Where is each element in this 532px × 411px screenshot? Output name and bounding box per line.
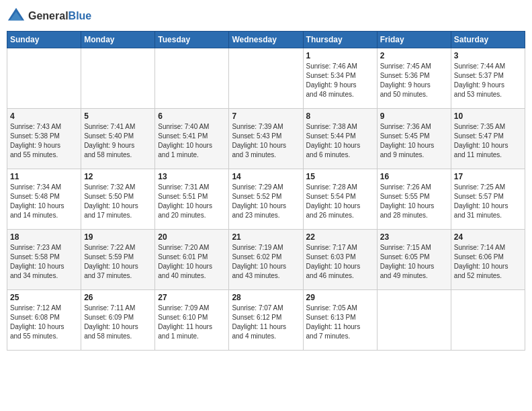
day-cell: 2Sunrise: 7:45 AM Sunset: 5:36 PM Daylig… <box>377 48 451 109</box>
header-monday: Monday <box>81 32 155 48</box>
calendar-header-row: SundayMondayTuesdayWednesdayThursdayFrid… <box>7 32 525 48</box>
day-number: 28 <box>232 293 300 302</box>
day-number: 8 <box>306 111 374 121</box>
day-number: 25 <box>10 293 78 302</box>
day-number: 19 <box>84 232 152 242</box>
week-row-5: 25Sunrise: 7:12 AM Sunset: 6:08 PM Dayli… <box>7 290 525 351</box>
header-tuesday: Tuesday <box>155 32 229 48</box>
day-number: 9 <box>380 111 448 121</box>
day-cell: 7Sunrise: 7:39 AM Sunset: 5:43 PM Daylig… <box>229 109 303 169</box>
day-cell: 11Sunrise: 7:34 AM Sunset: 5:48 PM Dayli… <box>7 169 81 230</box>
header-friday: Friday <box>377 32 451 48</box>
day-info: Sunrise: 7:15 AM Sunset: 6:05 PM Dayligh… <box>380 243 448 281</box>
day-cell: 8Sunrise: 7:38 AM Sunset: 5:44 PM Daylig… <box>303 109 377 169</box>
logo-icon <box>7 7 26 26</box>
day-cell <box>155 48 229 109</box>
day-cell: 25Sunrise: 7:12 AM Sunset: 6:08 PM Dayli… <box>7 290 81 351</box>
day-info: Sunrise: 7:36 AM Sunset: 5:45 PM Dayligh… <box>380 122 448 160</box>
day-cell: 19Sunrise: 7:22 AM Sunset: 5:59 PM Dayli… <box>81 230 155 290</box>
day-cell: 24Sunrise: 7:14 AM Sunset: 6:06 PM Dayli… <box>451 230 525 290</box>
day-cell <box>451 290 525 351</box>
day-cell: 29Sunrise: 7:05 AM Sunset: 6:13 PM Dayli… <box>303 290 377 351</box>
day-info: Sunrise: 7:23 AM Sunset: 5:58 PM Dayligh… <box>10 243 78 281</box>
day-cell: 4Sunrise: 7:43 AM Sunset: 5:38 PM Daylig… <box>7 109 81 169</box>
day-info: Sunrise: 7:07 AM Sunset: 6:12 PM Dayligh… <box>232 304 300 341</box>
day-cell <box>7 48 81 109</box>
day-number: 7 <box>232 111 300 121</box>
header-wednesday: Wednesday <box>229 32 303 48</box>
day-number: 18 <box>10 232 78 242</box>
day-number: 22 <box>306 232 374 242</box>
header-sunday: Sunday <box>7 32 81 48</box>
day-info: Sunrise: 7:14 AM Sunset: 6:06 PM Dayligh… <box>454 243 522 281</box>
day-cell: 22Sunrise: 7:17 AM Sunset: 6:03 PM Dayli… <box>303 230 377 290</box>
day-number: 17 <box>454 172 522 181</box>
day-cell: 12Sunrise: 7:32 AM Sunset: 5:50 PM Dayli… <box>81 169 155 230</box>
day-cell: 16Sunrise: 7:26 AM Sunset: 5:55 PM Dayli… <box>377 169 451 230</box>
day-number: 5 <box>84 111 152 121</box>
day-number: 4 <box>10 111 78 121</box>
day-cell: 21Sunrise: 7:19 AM Sunset: 6:02 PM Dayli… <box>229 230 303 290</box>
day-number: 21 <box>232 232 300 242</box>
day-info: Sunrise: 7:38 AM Sunset: 5:44 PM Dayligh… <box>306 122 374 160</box>
week-row-4: 18Sunrise: 7:23 AM Sunset: 5:58 PM Dayli… <box>7 230 525 290</box>
week-row-3: 11Sunrise: 7:34 AM Sunset: 5:48 PM Dayli… <box>7 169 525 230</box>
day-number: 26 <box>84 293 152 302</box>
day-number: 20 <box>158 232 226 242</box>
day-cell: 9Sunrise: 7:36 AM Sunset: 5:45 PM Daylig… <box>377 109 451 169</box>
calendar-table: SundayMondayTuesdayWednesdayThursdayFrid… <box>7 31 525 351</box>
day-info: Sunrise: 7:43 AM Sunset: 5:38 PM Dayligh… <box>10 122 78 160</box>
day-info: Sunrise: 7:32 AM Sunset: 5:50 PM Dayligh… <box>84 183 152 220</box>
day-info: Sunrise: 7:39 AM Sunset: 5:43 PM Dayligh… <box>232 122 300 160</box>
day-info: Sunrise: 7:12 AM Sunset: 6:08 PM Dayligh… <box>10 304 78 341</box>
day-cell: 5Sunrise: 7:41 AM Sunset: 5:40 PM Daylig… <box>81 109 155 169</box>
day-info: Sunrise: 7:25 AM Sunset: 5:57 PM Dayligh… <box>454 183 522 220</box>
day-cell <box>81 48 155 109</box>
day-info: Sunrise: 7:11 AM Sunset: 6:09 PM Dayligh… <box>84 304 152 341</box>
day-cell: 17Sunrise: 7:25 AM Sunset: 5:57 PM Dayli… <box>451 169 525 230</box>
day-cell: 27Sunrise: 7:09 AM Sunset: 6:10 PM Dayli… <box>155 290 229 351</box>
day-number: 16 <box>380 172 448 181</box>
week-row-1: 1Sunrise: 7:46 AM Sunset: 5:34 PM Daylig… <box>7 48 525 109</box>
day-info: Sunrise: 7:26 AM Sunset: 5:55 PM Dayligh… <box>380 183 448 220</box>
day-info: Sunrise: 7:44 AM Sunset: 5:37 PM Dayligh… <box>454 62 522 99</box>
logo-text: GeneralBlue <box>28 10 91 22</box>
day-cell: 1Sunrise: 7:46 AM Sunset: 5:34 PM Daylig… <box>303 48 377 109</box>
day-number: 24 <box>454 232 522 242</box>
day-number: 1 <box>306 51 374 60</box>
day-number: 27 <box>158 293 226 302</box>
day-info: Sunrise: 7:28 AM Sunset: 5:54 PM Dayligh… <box>306 183 374 220</box>
day-number: 10 <box>454 111 522 121</box>
page-header: GeneralBlue <box>7 7 525 26</box>
day-cell: 14Sunrise: 7:29 AM Sunset: 5:52 PM Dayli… <box>229 169 303 230</box>
day-number: 29 <box>306 293 374 302</box>
day-cell: 23Sunrise: 7:15 AM Sunset: 6:05 PM Dayli… <box>377 230 451 290</box>
week-row-2: 4Sunrise: 7:43 AM Sunset: 5:38 PM Daylig… <box>7 109 525 169</box>
day-cell: 6Sunrise: 7:40 AM Sunset: 5:41 PM Daylig… <box>155 109 229 169</box>
day-info: Sunrise: 7:34 AM Sunset: 5:48 PM Dayligh… <box>10 183 78 220</box>
day-number: 2 <box>380 51 448 60</box>
day-number: 6 <box>158 111 226 121</box>
day-number: 11 <box>10 172 78 181</box>
day-number: 14 <box>232 172 300 181</box>
day-number: 23 <box>380 232 448 242</box>
day-info: Sunrise: 7:05 AM Sunset: 6:13 PM Dayligh… <box>306 304 374 341</box>
day-info: Sunrise: 7:45 AM Sunset: 5:36 PM Dayligh… <box>380 62 448 99</box>
day-number: 13 <box>158 172 226 181</box>
day-info: Sunrise: 7:20 AM Sunset: 6:01 PM Dayligh… <box>158 243 226 281</box>
day-cell <box>377 290 451 351</box>
day-cell: 15Sunrise: 7:28 AM Sunset: 5:54 PM Dayli… <box>303 169 377 230</box>
header-saturday: Saturday <box>451 32 525 48</box>
day-info: Sunrise: 7:22 AM Sunset: 5:59 PM Dayligh… <box>84 243 152 281</box>
day-info: Sunrise: 7:29 AM Sunset: 5:52 PM Dayligh… <box>232 183 300 220</box>
day-info: Sunrise: 7:41 AM Sunset: 5:40 PM Dayligh… <box>84 122 152 160</box>
day-number: 12 <box>84 172 152 181</box>
day-cell: 20Sunrise: 7:20 AM Sunset: 6:01 PM Dayli… <box>155 230 229 290</box>
day-info: Sunrise: 7:46 AM Sunset: 5:34 PM Dayligh… <box>306 62 374 99</box>
day-number: 3 <box>454 51 522 60</box>
day-cell <box>229 48 303 109</box>
day-info: Sunrise: 7:19 AM Sunset: 6:02 PM Dayligh… <box>232 243 300 281</box>
day-number: 15 <box>306 172 374 181</box>
day-info: Sunrise: 7:40 AM Sunset: 5:41 PM Dayligh… <box>158 122 226 160</box>
day-cell: 28Sunrise: 7:07 AM Sunset: 6:12 PM Dayli… <box>229 290 303 351</box>
